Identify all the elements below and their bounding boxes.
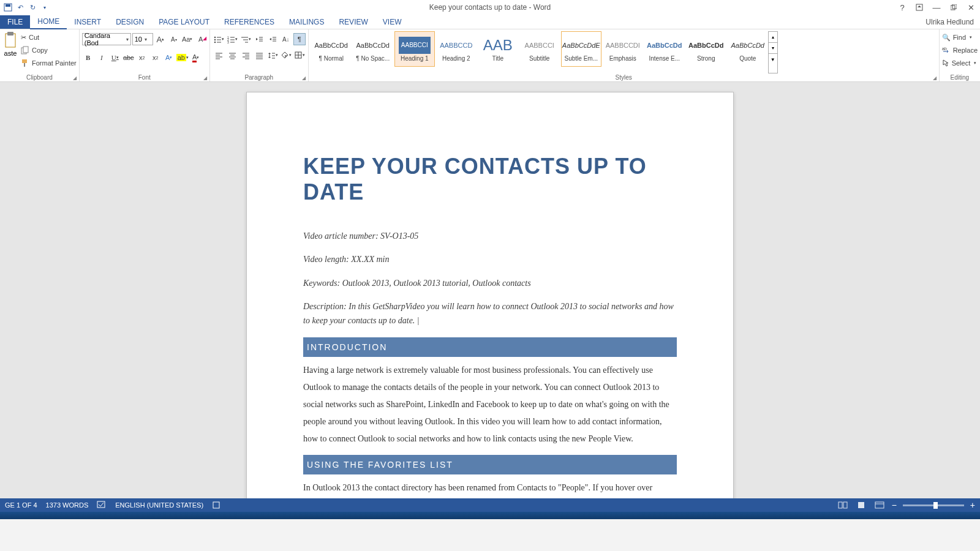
macro-icon[interactable] (212, 501, 221, 509)
justify-button[interactable] (253, 49, 265, 61)
tab-insert[interactable]: INSERT (67, 15, 108, 29)
restore-icon[interactable] (948, 2, 959, 13)
signed-in-user[interactable]: Ulrika Hedlund (925, 18, 980, 26)
bold-button[interactable]: B (82, 51, 94, 64)
style-intense-e-[interactable]: AaBbCcDdIntense E... (644, 31, 685, 67)
font-launcher-icon[interactable]: ◢ (203, 75, 207, 81)
multilevel-list-button[interactable]: ▾ (239, 33, 252, 45)
underline-button[interactable]: U▾ (109, 51, 121, 64)
subscript-button[interactable]: x2 (136, 51, 148, 64)
minimize-icon[interactable]: — (931, 2, 942, 13)
section-introduction: INTRODUCTION (303, 337, 677, 357)
styles-launcher-icon[interactable]: ◢ (933, 75, 937, 81)
close-icon[interactable]: ✕ (965, 2, 976, 13)
svg-point-15 (214, 42, 216, 43)
format-painter-button[interactable]: Format Painter (21, 57, 77, 69)
zoom-thumb[interactable] (933, 502, 938, 509)
tab-view[interactable]: VIEW (375, 15, 409, 29)
replace-icon: ab (942, 47, 951, 54)
align-left-button[interactable] (213, 49, 225, 61)
page-indicator[interactable]: GE 1 OF 4 (5, 501, 37, 509)
borders-button[interactable]: ▾ (293, 49, 306, 61)
style-heading-2[interactable]: AABBCCDHeading 2 (436, 31, 477, 67)
paste-icon (3, 31, 18, 50)
customize-qat-icon[interactable]: ▾ (39, 2, 50, 13)
bullets-button[interactable]: ▾ (213, 33, 225, 45)
tab-home[interactable]: HOME (30, 15, 67, 29)
cut-button[interactable]: ✂Cut (21, 31, 77, 43)
styles-scroll-up-icon[interactable]: ▴ (769, 32, 777, 43)
style-subtle-em-[interactable]: AaBbCcDdESubtle Em... (561, 31, 601, 67)
clear-formatting-button[interactable]: A◢ (195, 33, 207, 45)
shrink-font-button[interactable]: A▾ (168, 33, 180, 45)
text-effects-button[interactable]: A▾ (163, 51, 175, 64)
tab-file[interactable]: FILE (0, 15, 30, 29)
style-title[interactable]: AABTitle (478, 31, 518, 67)
font-name-combo[interactable]: Candara (Bod▾ (82, 33, 131, 45)
italic-button[interactable]: I (96, 51, 108, 64)
window-title: Keep your contacts up to date - Word (429, 3, 551, 12)
language-indicator[interactable]: ENGLISH (UNITED STATES) (115, 501, 203, 509)
style-quote[interactable]: AaBbCcDdQuote (728, 31, 768, 67)
styles-scroll-down-icon[interactable]: ▾ (769, 43, 777, 54)
tab-page-layout[interactable]: PAGE LAYOUT (151, 15, 217, 29)
style--no-spac-[interactable]: AaBbCcDd¶ No Spac... (353, 31, 393, 67)
replace-button[interactable]: abReplace (942, 44, 978, 56)
line-spacing-button[interactable]: ▾ (266, 49, 279, 61)
group-editing: 🔍Find▾ abReplace Select▾ Editing (940, 29, 980, 81)
tab-mailings[interactable]: MAILINGS (282, 15, 331, 29)
paragraph-launcher-icon[interactable]: ◢ (302, 75, 306, 81)
ribbon-options-icon[interactable] (914, 2, 925, 13)
print-layout-icon[interactable] (855, 501, 867, 509)
font-size-combo[interactable]: 10▾ (132, 33, 153, 45)
style-name-label: Emphasis (609, 54, 636, 62)
read-mode-icon[interactable] (837, 501, 849, 509)
zoom-out-button[interactable]: − (892, 500, 897, 510)
style-preview: AAB (483, 37, 513, 54)
tab-design[interactable]: DESIGN (108, 15, 151, 29)
font-color-button[interactable]: A▾ (190, 51, 202, 64)
sort-button[interactable]: A↓ (280, 33, 292, 45)
superscript-button[interactable]: x2 (149, 51, 162, 64)
decrease-indent-button[interactable] (253, 33, 265, 45)
style-subtitle[interactable]: AABBCCISubtitle (519, 31, 560, 67)
web-layout-icon[interactable] (873, 501, 886, 509)
style-emphasis[interactable]: AABBCCDIEmphasis (603, 31, 643, 67)
tab-review[interactable]: REVIEW (331, 15, 375, 29)
save-icon[interactable] (2, 2, 13, 13)
svg-rect-9 (22, 59, 27, 63)
document-area[interactable]: KEEP YOUR CONTACTS UP TO DATE Video arti… (0, 82, 980, 498)
numbering-button[interactable]: 123▾ (226, 33, 238, 45)
spellcheck-icon[interactable] (97, 501, 107, 509)
style-preview: AaBbCcDd (356, 37, 390, 54)
svg-point-11 (214, 37, 216, 38)
strikethrough-button[interactable]: abc (123, 51, 135, 64)
undo-icon[interactable]: ↶ (15, 2, 26, 13)
svg-rect-10 (24, 63, 25, 67)
style-strong[interactable]: AaBbCcDdStrong (686, 31, 726, 67)
style-heading-1[interactable]: AABBCCIHeading 1 (394, 31, 435, 67)
select-button[interactable]: Select▾ (942, 57, 978, 69)
align-right-button[interactable] (239, 49, 252, 61)
tab-references[interactable]: REFERENCES (217, 15, 282, 29)
styles-more-icon[interactable]: ▼ (769, 54, 777, 65)
redo-icon[interactable]: ↻ (27, 2, 38, 13)
help-icon[interactable]: ? (897, 2, 908, 13)
copy-button[interactable]: Copy (21, 44, 77, 56)
word-count[interactable]: 1373 WORDS (46, 501, 89, 509)
show-hide-button[interactable]: ¶ (293, 33, 306, 45)
find-button[interactable]: 🔍Find▾ (942, 31, 978, 43)
zoom-in-button[interactable]: + (970, 500, 975, 510)
align-center-button[interactable] (226, 49, 238, 61)
editing-label: Editing (942, 73, 978, 81)
style--normal[interactable]: AaBbCcDd¶ Normal (311, 31, 352, 67)
paste-button[interactable]: aste (2, 31, 18, 73)
highlight-button[interactable]: ab▾ (176, 51, 189, 64)
shading-button[interactable]: ▾ (280, 49, 292, 61)
zoom-slider[interactable] (903, 504, 964, 506)
increase-indent-button[interactable] (266, 33, 279, 45)
grow-font-button[interactable]: A▴ (154, 33, 167, 45)
document-page[interactable]: KEEP YOUR CONTACTS UP TO DATE Video arti… (246, 92, 734, 498)
change-case-button[interactable]: Aa▾ (181, 33, 194, 45)
clipboard-launcher-icon[interactable]: ◢ (73, 75, 77, 81)
